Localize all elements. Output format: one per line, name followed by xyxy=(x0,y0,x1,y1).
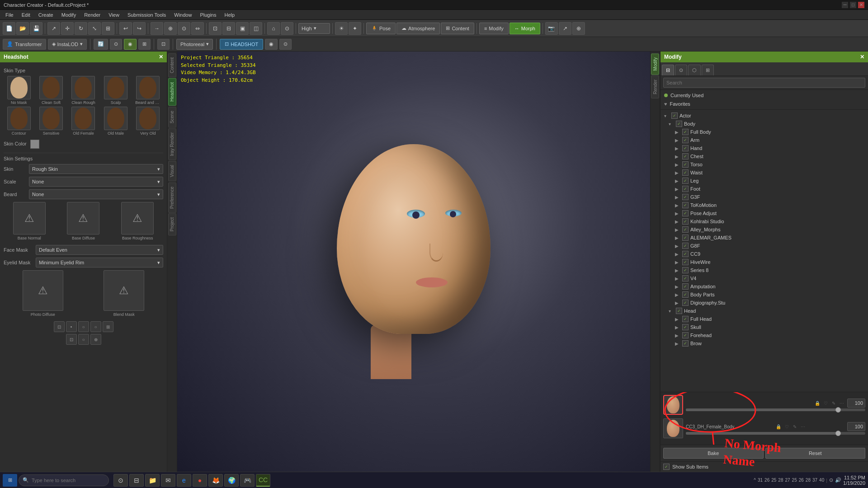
save-btn[interactable]: 💾 xyxy=(30,22,42,35)
texture-photo-diffuse[interactable]: ⚠ Photo Diffuse xyxy=(4,270,82,317)
menu-edit[interactable]: Edit xyxy=(18,11,34,19)
morph-edit-icon[interactable]: ✎ xyxy=(830,399,837,407)
maximize-btn[interactable]: □ xyxy=(850,2,856,8)
pose-btn[interactable]: 🧍 Pose xyxy=(366,23,396,34)
taskbar-search-bar[interactable]: 🔍 xyxy=(19,474,109,486)
skin-item-contour[interactable]: Contour xyxy=(4,107,34,136)
taskbar-explorer[interactable]: 📁 xyxy=(145,474,160,487)
minimize-btn[interactable]: ─ xyxy=(842,2,848,8)
g3f-checkbox[interactable] xyxy=(682,194,689,200)
tree-leg[interactable]: ▶ Leg xyxy=(662,177,866,185)
side-tab-project[interactable]: Project xyxy=(168,213,176,235)
texture-base-diffuse[interactable]: ⚠ Base Diffuse xyxy=(58,202,109,240)
morph-heart-icon[interactable]: ♡ xyxy=(822,399,829,407)
viewport[interactable]: Project Triangle : 35654 Selected Triang… xyxy=(177,52,650,472)
import-btn[interactable]: ⊡ xyxy=(157,39,170,50)
alley-checkbox[interactable] xyxy=(682,226,689,233)
taskbar-cc[interactable]: CC xyxy=(256,474,270,487)
taskbar-edge[interactable]: e xyxy=(177,474,191,487)
tree-kohlrabi[interactable]: ▶ Kohlrabi Studio xyxy=(662,217,866,225)
tree-digiography[interactable]: ▶ Digiography.Stu xyxy=(662,299,866,307)
tree-torso[interactable]: ▶ Torso xyxy=(662,160,866,169)
tokomotion-checkbox[interactable] xyxy=(682,202,689,208)
head-checkbox[interactable] xyxy=(676,308,682,314)
full-body-checkbox[interactable] xyxy=(682,129,689,135)
rp-tab-checker[interactable]: ⊞ xyxy=(702,65,714,75)
tree-actor[interactable]: ▾ Actor xyxy=(662,112,866,120)
morph-more-icon[interactable]: ⋯ xyxy=(838,399,845,407)
full-head-checkbox[interactable] xyxy=(682,316,689,322)
tree-hivewire[interactable]: ▶ HiveWire xyxy=(662,258,866,266)
taskbar-mail[interactable]: ✉ xyxy=(161,474,175,487)
tree-chest[interactable]: ▶ Chest xyxy=(662,152,866,160)
taskbar-app1[interactable]: 🌍 xyxy=(224,474,239,487)
show-sub-items-checkbox[interactable] xyxy=(663,464,670,470)
open-btn[interactable]: 📂 xyxy=(16,22,29,35)
move-tool[interactable]: ✛ xyxy=(61,22,74,35)
morph-thumb-2[interactable] xyxy=(835,431,841,436)
tree-body-parts[interactable]: ▶ Body Parts xyxy=(662,291,866,299)
undo-btn[interactable]: ↩ xyxy=(119,22,132,35)
right-panel-close[interactable]: ✕ xyxy=(860,54,864,60)
morph2-heart-icon[interactable]: ♡ xyxy=(783,423,790,430)
right-tab-modify[interactable]: Modify xyxy=(651,53,659,75)
hivewire-checkbox[interactable] xyxy=(682,259,689,265)
action-btn-2[interactable]: • xyxy=(66,321,77,332)
waist-checkbox[interactable] xyxy=(682,169,689,176)
foot-checkbox[interactable] xyxy=(682,186,689,192)
action-btn-6[interactable]: ⊡ xyxy=(66,334,77,345)
beard-dropdown[interactable]: None ▾ xyxy=(29,189,163,199)
action-btn-5[interactable]: ⊞ xyxy=(103,321,113,332)
alemar-checkbox[interactable] xyxy=(682,235,689,241)
rp-tab-mesh[interactable]: ⊙ xyxy=(675,65,687,75)
morph-lock-icon[interactable]: 🔒 xyxy=(814,399,821,407)
tree-hand[interactable]: ▶ Hand xyxy=(662,144,866,152)
skin-item-sensitive[interactable]: Sensitive xyxy=(36,107,66,136)
tray-expand-icon[interactable]: ^ xyxy=(754,478,756,483)
skin-item-very-old[interactable]: Very Old xyxy=(133,107,163,136)
brow-checkbox[interactable] xyxy=(682,340,689,347)
rp-tab-shape[interactable]: ⬡ xyxy=(688,65,701,75)
face-mask-dropdown[interactable]: Default Even ▾ xyxy=(36,245,163,255)
skin-item-old-male[interactable]: Old Male xyxy=(100,107,131,136)
icon-btn3[interactable]: ◉ xyxy=(124,39,137,50)
morph-track-2[interactable] xyxy=(686,432,865,435)
search-input[interactable] xyxy=(663,78,865,88)
morph-value-2[interactable] xyxy=(847,422,865,431)
tree-pose-adjust[interactable]: ▶ Pose Adjust xyxy=(662,209,866,217)
eyelid-mask-dropdown[interactable]: Minimum Eyelid Rim ▾ xyxy=(36,258,163,267)
menu-file[interactable]: File xyxy=(2,11,17,19)
action-btn-4[interactable]: ○ xyxy=(90,321,101,332)
cc9-checkbox[interactable] xyxy=(682,251,689,257)
leg-checkbox[interactable] xyxy=(682,178,689,184)
action-btn-3[interactable]: ○ xyxy=(78,321,89,332)
side-tab-visual[interactable]: Visual xyxy=(168,161,176,181)
select-tool[interactable]: ↗ xyxy=(47,22,60,35)
modify-btn[interactable]: ≡ Modify xyxy=(479,23,509,34)
headshot-icon-btn1[interactable]: ◉ xyxy=(265,39,278,50)
chest-checkbox[interactable] xyxy=(682,153,689,160)
icon-btn4[interactable]: ⊞ xyxy=(138,39,151,50)
tree-v4[interactable]: ▶ V4 xyxy=(662,274,866,282)
taskbar-cortana[interactable]: ⊙ xyxy=(113,474,128,487)
scale-dropdown[interactable]: None ▾ xyxy=(29,177,163,187)
tree-skull[interactable]: ▶ Skull xyxy=(662,323,866,331)
tree-g8f[interactable]: ▶ G8F xyxy=(662,242,866,250)
menu-submission-tools[interactable]: Submission Tools xyxy=(124,11,170,19)
tree-g3f[interactable]: ▶ G3F xyxy=(662,193,866,201)
morph2-edit-icon[interactable]: ✎ xyxy=(791,423,798,430)
menu-modify[interactable]: Modify xyxy=(58,11,80,19)
close-btn[interactable]: ✕ xyxy=(858,2,864,8)
hand-checkbox[interactable] xyxy=(682,145,689,151)
frame-btn[interactable]: ⊡ xyxy=(209,22,222,35)
tree-alemar[interactable]: ▶ ALEMAR_GAMES xyxy=(662,234,866,242)
env-btn[interactable]: ✦ xyxy=(349,22,361,35)
taskbar-taskview[interactable]: ⊟ xyxy=(129,474,144,487)
orbit-tool[interactable]: ⊙ xyxy=(178,22,190,35)
action-btn-8[interactable]: ⊕ xyxy=(90,334,101,345)
morph-btn[interactable]: ↔ Morph xyxy=(509,23,540,34)
tree-waist[interactable]: ▶ Waist xyxy=(662,169,866,177)
g8f-checkbox[interactable] xyxy=(682,243,689,249)
skin-item-no-mask[interactable]: No Mask xyxy=(4,76,34,105)
morph2-lock-icon[interactable]: 🔒 xyxy=(775,423,782,430)
